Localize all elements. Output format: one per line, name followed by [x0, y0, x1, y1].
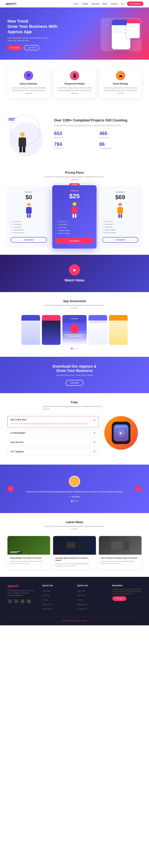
footer-link-1-3[interactable]: Support Policy — [42, 603, 52, 605]
faqs-inner: How To Buy This? ▲ dummy text of the pri… — [7, 416, 142, 457]
footer-link-1-2[interactable]: Services — [42, 599, 48, 601]
pricing-btn-0[interactable]: Get Started — [11, 237, 47, 243]
feature-2-4: Premium Support — [102, 231, 138, 234]
dot-2[interactable] — [76, 348, 78, 349]
feature-desc-0: more of this printing and has been types… — [10, 87, 47, 95]
faq-question-3: 24 / 7 Supports ▼ — [11, 450, 96, 453]
faqs-title: Faqs — [7, 401, 142, 404]
person-head-0 — [27, 203, 31, 206]
testimonial-dot-2[interactable] — [76, 500, 78, 502]
copyright-text: 2019 All Right Reserved By — [62, 620, 80, 622]
dot-0[interactable] — [71, 348, 73, 349]
feature-1-1: 1 dedicated IP — [55, 223, 94, 226]
faq-watch: ▶ — [104, 416, 142, 450]
footer-link-2-2[interactable]: Services — [77, 599, 83, 601]
person-body-1 — [72, 207, 77, 214]
social-facebook[interactable]: f — [7, 599, 12, 604]
news-article-title-1: Leverage Agile Frameworks To Provide A R… — [55, 557, 94, 562]
news-card-0: Coding Bridges The Divide It Is The One … — [7, 536, 50, 569]
faq-item-2[interactable]: Can I Use Free ▼ — [7, 438, 99, 446]
stats-mini-chart — [7, 117, 17, 122]
testimonial-dot-0[interactable] — [71, 500, 73, 502]
newsletter-bar-2 — [112, 591, 142, 592]
watch-screen: ▶ — [114, 425, 128, 441]
hero-get-started-button[interactable]: Get Started — [7, 45, 22, 50]
mobile-icon: 📱 — [72, 73, 77, 78]
news-content-1: Leverage Agile Frameworks To Provide A R… — [53, 555, 96, 569]
newsletter-bar-3 — [112, 593, 133, 594]
phone-mockup-2 — [127, 20, 140, 38]
dot-1[interactable] — [74, 348, 75, 349]
p-leg-left-1 — [72, 214, 74, 218]
person-body-0 — [26, 207, 32, 214]
pricing-image-2 — [102, 203, 138, 218]
pricing-label-0: PRIMARY — [11, 191, 47, 193]
news-img-placeholder-0 — [7, 536, 50, 555]
chevron-down-icon-1: ▼ — [93, 432, 96, 434]
footer-link-2-0[interactable]: Home Page — [77, 590, 85, 592]
testimonial-next-button[interactable]: › — [136, 486, 142, 492]
watch-image: ▶ — [104, 416, 138, 450]
testimonial-dot-1[interactable] — [74, 500, 75, 502]
search-icon[interactable]: 🔍 — [121, 2, 124, 5]
feature-card-1: 📱 Responsive Ready more of this printing… — [53, 67, 96, 98]
download-section: Download Our Appnox &Grow Your Business … — [0, 357, 149, 393]
feature-desc-2: more of this printing and has been types… — [102, 87, 139, 95]
pricing-btn-1[interactable]: Get Started — [55, 238, 94, 244]
screenshot-screen-0 — [22, 315, 40, 345]
stats-subtitle: dummy text of the printing and typesetti… — [54, 124, 142, 127]
person-legs-2 — [118, 214, 122, 218]
chevron-down-icon-3: ▼ — [93, 450, 96, 453]
footer-link-2-4[interactable]: Privacy Policy — [77, 608, 86, 610]
newsletter-bar-1 — [112, 589, 142, 590]
feature-1-2: Lite Storage — [55, 226, 94, 229]
faq-item-0[interactable]: How To Buy This? ▲ dummy text of the pri… — [7, 416, 99, 428]
footer-link-2-1[interactable]: About Page — [77, 595, 85, 596]
footer-links-list-2: Home Page About Page Services Support Po… — [77, 589, 107, 610]
testimonial-prev-button[interactable]: ‹ — [7, 486, 13, 492]
nav-link-pages[interactable]: Pages — [82, 3, 88, 5]
p-leg-right-1 — [75, 214, 76, 218]
social-youtube[interactable]: yt — [27, 599, 31, 604]
play-button[interactable] — [69, 264, 80, 276]
faq-item-3[interactable]: 24 / 7 Supports ▼ — [7, 448, 99, 455]
nav-link-services[interactable]: Services — [91, 3, 100, 5]
nav-link-blog[interactable]: Blog — [103, 3, 107, 5]
video-title: Watch Video — [65, 278, 84, 282]
pricing-price-1: $25 — [55, 193, 94, 200]
screenshot-1 — [42, 315, 61, 345]
footer-link-1-4[interactable]: Privacy Policy — [42, 608, 52, 610]
features-section: ✉ Easy Customize more of this printing a… — [0, 60, 149, 104]
download-button[interactable]: Download — [66, 380, 83, 386]
plan-person-2 — [115, 203, 126, 218]
nav-link-contact[interactable]: Contact — [110, 3, 117, 5]
footer-links-title-1: Quick Link — [42, 584, 72, 587]
feature-0-1: 1 dedicated IP — [11, 223, 47, 226]
footer-links-col-2: Quick Link Home Page About Page Services… — [77, 584, 107, 611]
news-content-0: Coding Bridges The Divide It Is The One … — [7, 555, 50, 567]
footer-links-title-2: Quick Link — [77, 584, 107, 587]
stats-grid: 653 Happy Clients 465 Projects Count 784… — [54, 130, 142, 149]
feature-1-4: Premium Support — [55, 232, 94, 235]
pricing-label-1: POPULAR — [55, 190, 94, 192]
stats-section: Over 1300+ Completed Projects Still Coun… — [0, 104, 149, 163]
faqs-section: Faqs dummy text of the printing and type… — [0, 393, 149, 465]
footer-link-1-0[interactable]: Home Page — [42, 590, 50, 592]
footer-link-2-3[interactable]: Support Policy — [77, 603, 87, 605]
footer-link-1-1[interactable]: About Page — [42, 595, 50, 596]
pricing-btn-2[interactable]: Get Started — [102, 237, 138, 243]
social-linkedin[interactable]: in — [20, 599, 25, 604]
nav-get-started-button[interactable]: Get Started — [127, 1, 143, 6]
pricing-features-0: Lite Free Kit 1 dedicated IP Lite Storag… — [11, 220, 47, 234]
faq-item-1[interactable]: Is It Refundable? ▼ — [7, 429, 99, 437]
nav-link-home[interactable]: Home — [74, 3, 79, 5]
brand-name: PXDRAFT — [80, 620, 87, 622]
social-twitter[interactable]: t — [14, 599, 18, 604]
faqs-subtitle: dummy text of the printing and typesetti… — [43, 405, 106, 410]
feature-1-3: Unlimited Addons — [55, 229, 94, 232]
screenshots-subtitle: dummy text of the printing and typesetti… — [43, 304, 106, 309]
pricing-features-1: Lite Free Kit 1 dedicated IP Lite Storag… — [55, 220, 94, 235]
hero-learn-more-button[interactable]: Learn More — [24, 45, 39, 50]
newsletter-download-button[interactable]: Download — [112, 596, 126, 601]
testimonial-author: — John Doe — [23, 496, 126, 498]
